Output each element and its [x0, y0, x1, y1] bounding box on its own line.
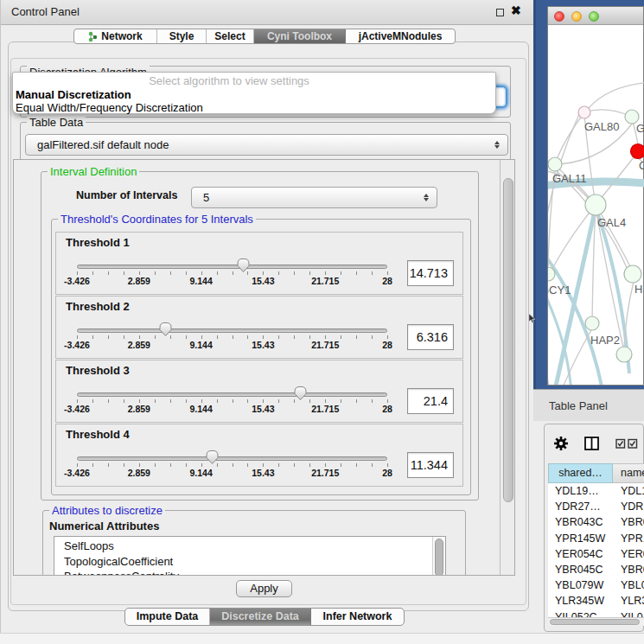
table-row[interactable]: YLR345WYLR3 [548, 593, 644, 609]
algorithm-dropdown-popup: Select algorithm to view settings Manual… [12, 72, 496, 114]
slider-tick [108, 399, 109, 403]
tab-cyni-toolbox[interactable]: Cyni Toolbox [254, 29, 346, 43]
control-panel-window: Control Panel ✖ NetworkStyleSelectCyni T… [0, 0, 533, 644]
slider-tick [124, 335, 124, 339]
table-row[interactable]: YER054CYER0 [548, 546, 644, 562]
slider-tick [341, 335, 341, 339]
threshold-slider-thumb[interactable] [206, 450, 219, 465]
slider-scale-label: 21.715 [299, 404, 351, 414]
threshold-value-field[interactable]: 21.4 [407, 388, 454, 414]
threshold-value: 21.4 [424, 389, 448, 414]
attribute-item[interactable]: SelfLoops [64, 539, 114, 553]
slider-tick [217, 271, 218, 275]
slider-tick [155, 463, 156, 467]
threshold-slider-track[interactable] [77, 328, 387, 333]
algorithm-hint-text: Select algorithm to view settings [13, 74, 445, 87]
float-window-icon[interactable] [496, 9, 504, 16]
split-panel-icon[interactable] [584, 437, 599, 450]
threshold-slider-thumb[interactable] [159, 322, 172, 337]
threshold-value-field[interactable]: 6.316 [407, 324, 454, 350]
gear-icon[interactable] [553, 436, 569, 451]
attribute-item[interactable]: TopologicalCoefficient [64, 554, 173, 569]
slider-tick [92, 463, 93, 467]
algorithm-option-equal-width[interactable]: Equal Width/Frequency Discretization [16, 101, 203, 114]
slider-tick [201, 463, 202, 467]
attribute-item[interactable]: BetweennessCentrality [64, 569, 179, 576]
threshold-slider-thumb[interactable] [294, 386, 307, 401]
attributes-scrollbar[interactable] [432, 537, 445, 576]
slider-tick [294, 271, 295, 275]
table-row[interactable]: YPR145WYPR1 [548, 531, 644, 546]
cell-name: YDL1 [621, 483, 644, 499]
threshold-value: 6.316 [417, 325, 448, 350]
table-data-combobox[interactable]: galFiltered.sif default node [25, 134, 508, 156]
node-label-gal80: GAL80 [584, 120, 619, 133]
slider-tick [170, 463, 171, 467]
table-row[interactable]: YBR043CYBR0 [548, 514, 644, 530]
slider-scale-label: 9.144 [175, 340, 227, 350]
close-icon[interactable]: ✖ [511, 3, 521, 17]
num-intervals-value: 5 [203, 188, 209, 207]
slider-tick [108, 335, 109, 339]
slider-tick [217, 335, 218, 339]
slider-tick [247, 335, 248, 339]
apply-button[interactable]: Apply [236, 580, 292, 597]
table-row[interactable]: YDR27…YDR2 [548, 499, 644, 514]
table-row[interactable]: YBL079WYBL0 [548, 577, 644, 593]
table-panel-title: Table Panel [549, 390, 608, 422]
slider-tick [263, 335, 264, 339]
threshold-slider-track[interactable] [77, 392, 387, 397]
threshold-label: Threshold 4 [66, 428, 130, 441]
numerical-attributes-list[interactable]: SelfLoopsTopologicalCoefficientBetweenne… [54, 536, 446, 576]
threshold-value-field[interactable]: 14.713 [407, 260, 454, 286]
zoom-traffic-light-icon[interactable] [589, 11, 599, 22]
threshold-slider-thumb[interactable] [237, 258, 250, 273]
slider-scale-label: 28 [361, 276, 413, 286]
tab-network[interactable]: Network [74, 29, 157, 43]
tab-jactivemnodules[interactable]: jActiveMNodules [346, 29, 455, 43]
table-row[interactable]: YIL052CYIL0 [548, 609, 644, 617]
num-intervals-combobox[interactable]: 5 [191, 187, 437, 208]
node-table[interactable]: YDL19…YDL1YDR27…YDR2YBR043CYBR0YPR145WYP… [548, 483, 644, 617]
tab-style[interactable]: Style [157, 29, 207, 43]
tab-discretize-data[interactable]: Discretize Data [210, 609, 311, 625]
tab-select[interactable]: Select [207, 29, 254, 43]
threshold-slider-track[interactable] [77, 456, 387, 461]
algorithm-option-manual[interactable]: Manual Discretization [16, 88, 131, 101]
slider-tick [155, 271, 156, 275]
cell-shared-name: YPR145W [555, 531, 613, 546]
cell-shared-name: YLR345W [555, 593, 613, 609]
slider-tick [92, 399, 93, 403]
interval-definition-group-title: Interval Definition [48, 165, 139, 178]
table-data-group-title: Table Data [27, 116, 86, 129]
table-hscrollbar-thumb[interactable] [550, 619, 640, 625]
column-header-shared-name[interactable]: shared… [548, 463, 613, 483]
threshold-slider-track[interactable] [77, 265, 387, 269]
slider-tick [201, 335, 202, 339]
slider-tick [356, 463, 357, 467]
table-data-combobox-value: galFiltered.sif default node [37, 135, 169, 155]
minimize-traffic-light-icon[interactable] [571, 11, 582, 22]
tab-infer-network[interactable]: Infer Network [311, 609, 404, 625]
settings-scrollbar[interactable] [500, 160, 515, 576]
slider-scale-label: 15.43 [237, 468, 289, 478]
table-hscrollbar[interactable] [548, 617, 644, 626]
table-row[interactable]: YBR045CYBR0 [548, 562, 644, 577]
column-header-name[interactable]: name [613, 463, 644, 483]
slider-tick [186, 335, 187, 339]
node-label-gcy1: GCY1 [548, 284, 571, 296]
status-strip [0, 633, 644, 644]
select-columns-icon[interactable] [615, 438, 640, 449]
table-row[interactable]: YDL19…YDL1 [548, 483, 644, 499]
cell-name: YDR2 [621, 499, 644, 514]
close-traffic-light-icon[interactable] [554, 11, 564, 22]
slider-tick [263, 271, 264, 275]
combo-arrows-icon [494, 135, 500, 155]
cell-name: YBR0 [621, 514, 644, 530]
slider-scale-label: 9.144 [175, 404, 227, 414]
tab-impute-data[interactable]: Impute Data [125, 609, 210, 625]
slider-scale-label: 2.859 [113, 404, 165, 414]
threshold-value-field[interactable]: 11.344 [407, 452, 454, 478]
settings-scrollbar-thumb[interactable] [503, 178, 513, 502]
slider-tick [341, 463, 341, 467]
